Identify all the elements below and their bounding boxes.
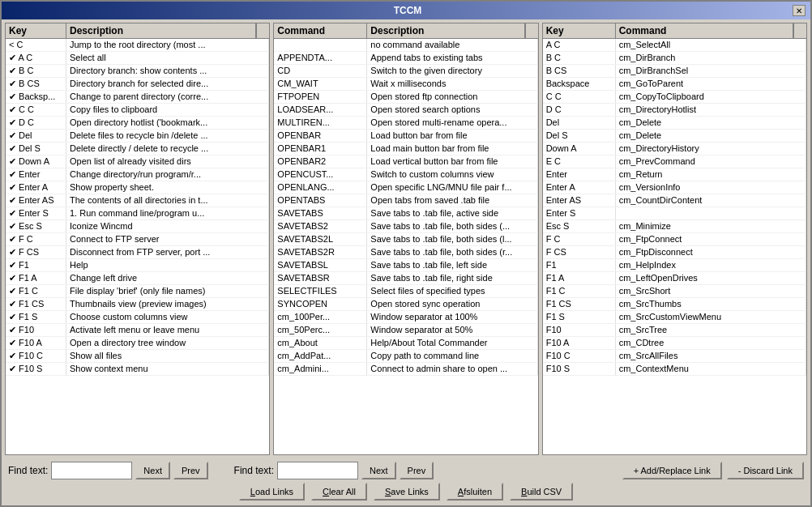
discard-button[interactable]: - Discard Link [727,462,804,479]
clear-all-button[interactable]: Clear All [311,483,367,501]
close-button[interactable]: ✕ [793,5,806,16]
desc-cell: Open directory hotlist ('bookmark... [66,117,269,129]
table-row[interactable]: OPENBAR2 Load vertical button bar from f… [274,156,537,168]
table-row[interactable]: SAVETABS2 Save tabs to .tab file, both s… [274,220,537,233]
cmd-cell: OPENBAR1 [274,143,367,155]
table-row[interactable]: E C cm_PrevCommand [543,156,806,168]
table-row[interactable]: SYNCOPEN Open stored sync operation [274,298,537,311]
table-row[interactable]: B CS cm_DirBranchSel [543,65,806,78]
table-row[interactable]: OPENBAR1 Load main button bar from file [274,143,537,156]
key-cell: F10 [543,324,616,336]
table-row[interactable]: ✔ F10 Activate left menu or leave menu [6,324,269,337]
next-button-2[interactable]: Next [361,462,396,479]
table-row[interactable]: ✔ Del Delete files to recycle bin /delet… [6,130,269,143]
save-links-button[interactable]: Save Links [374,483,440,501]
prev-button-2[interactable]: Prev [400,462,434,479]
table-row[interactable]: ✔ Enter Change directory/run program/r..… [6,168,269,181]
table-row[interactable]: Del S cm_Delete [543,130,806,143]
table-row[interactable]: LOADSEAR... Open stored search options [274,104,537,117]
table-row[interactable]: cm_100Per... Window separator at 100% [274,311,537,324]
table-row[interactable]: no command available [274,39,537,52]
table-row[interactable]: ✔ Backsp... Change to parent directory (… [6,91,269,104]
table-row[interactable]: ✔ F1 C File display 'brief' (only file n… [6,285,269,298]
table-row[interactable]: SAVETABSR Save tabs to .tab file, right … [274,272,537,285]
table-row[interactable]: ✔ D C Open directory hotlist ('bookmark.… [6,117,269,130]
table-row[interactable]: F1 CS cm_SrcThumbs [543,298,806,311]
panel2-body[interactable]: no command available APPENDTA... Append … [274,39,537,454]
table-row[interactable]: F10 A cm_CDtree [543,337,806,350]
table-row[interactable]: cm_Admini... Connect to admin share to o… [274,363,537,376]
panel1-body[interactable]: < C Jump to the root directory (most ...… [6,39,269,454]
table-row[interactable]: F10 cm_SrcTree [543,324,806,337]
table-row[interactable]: ✔ Esc S Iconize Wincmd [6,220,269,233]
table-row[interactable]: Down A cm_DirectoryHistory [543,143,806,156]
table-row[interactable]: FTPOPEN Open stored ftp connection [274,91,537,104]
table-row[interactable]: ✔ F C Connect to FTP server [6,233,269,246]
table-row[interactable]: ✔ F1 Help [6,259,269,272]
panel3-body[interactable]: A C cm_SelectAll B C cm_DirBranch B CS c… [543,39,806,454]
table-row[interactable]: ✔ A C Select all [6,52,269,65]
panel2-cmd-header: Command [274,23,367,38]
table-row[interactable]: cm_AddPat... Copy path to command line [274,350,537,363]
table-row[interactable]: F CS cm_FtpDisconnect [543,246,806,259]
table-row[interactable]: OPENBAR Load button bar from file [274,130,537,143]
table-row[interactable]: CD Switch to the given directory [274,65,537,78]
table-row[interactable]: SELECTFILES Select files of specified ty… [274,285,537,298]
table-row[interactable]: ✔ F1 CS Thumbnails view (preview images) [6,298,269,311]
table-row[interactable]: MULTIREN... Open stored multi-rename ope… [274,117,537,130]
table-row[interactable]: ✔ F1 S Choose custom columns view [6,311,269,324]
table-row[interactable]: ✔ Enter A Show property sheet. [6,181,269,194]
table-row[interactable]: F1 A cm_LeftOpenDrives [543,272,806,285]
table-row[interactable]: B C cm_DirBranch [543,52,806,65]
table-row[interactable]: ✔ Down A Open list of already visited di… [6,156,269,168]
table-row[interactable]: F10 S cm_ContextMenu [543,363,806,376]
find-input-1[interactable] [51,462,132,479]
table-row[interactable]: SAVETABS Save tabs to .tab file, active … [274,207,537,220]
table-row[interactable]: ✔ C C Copy files to clipboard [6,104,269,117]
table-row[interactable]: ✔ Enter S 1. Run command line/program u.… [6,207,269,220]
table-row[interactable]: ✔ B CS Directory branch for selected dir… [6,78,269,91]
table-row[interactable]: ✔ Enter AS The contents of all directori… [6,194,269,207]
key-cell: F1 CS [543,298,616,310]
table-row[interactable]: cm_About Help/About Total Commander [274,337,537,350]
table-row[interactable]: Del cm_Delete [543,117,806,130]
add-replace-button[interactable]: + Add/Replace Link [622,462,722,479]
table-row[interactable]: Esc S cm_Minimize [543,220,806,233]
afsluiten-button[interactable]: Afsluiten [447,483,503,501]
table-row[interactable]: F1 S cm_SrcCustomViewMenu [543,311,806,324]
prev-button-1[interactable]: Prev [173,462,208,479]
table-row[interactable]: ✔ F1 A Change left drive [6,272,269,285]
table-row[interactable]: APPENDTA... Append tabs to existing tabs [274,52,537,65]
build-csv-button[interactable]: Build CSV [510,483,573,501]
table-row[interactable]: Enter A cm_VersionInfo [543,181,806,194]
table-row[interactable]: ✔ F10 S Show context menu [6,363,269,376]
table-row[interactable]: F10 C cm_SrcAllFiles [543,350,806,363]
find-input-2[interactable] [277,462,358,479]
table-row[interactable]: OPENCUST... Switch to custom columns vie… [274,168,537,181]
table-row[interactable]: A C cm_SelectAll [543,39,806,52]
table-row[interactable]: F C cm_FtpConnect [543,233,806,246]
table-row[interactable]: CM_WAIT Wait x milliseconds [274,78,537,91]
table-row[interactable]: Enter cm_Return [543,168,806,181]
table-row[interactable]: ✔ F10 C Show all files [6,350,269,363]
table-row[interactable]: F1 C cm_SrcShort [543,285,806,298]
load-links-button[interactable]: Load Links [239,483,305,501]
table-row[interactable]: ✔ F10 A Open a directory tree window [6,337,269,350]
table-row[interactable]: C C cm_CopyToClipboard [543,91,806,104]
table-row[interactable]: OPENLANG... Open specific LNG/MNU file p… [274,181,537,194]
table-row[interactable]: F1 cm_HelpIndex [543,259,806,272]
table-row[interactable]: OPENTABS Open tabs from saved .tab file [274,194,537,207]
table-row[interactable]: Enter S [543,207,806,220]
table-row[interactable]: SAVETABS2R Save tabs to .tab file, both … [274,246,537,259]
table-row[interactable]: ✔ Del S Delete directly / delete to recy… [6,143,269,156]
table-row[interactable]: SAVETABSL Save tabs to .tab file, left s… [274,259,537,272]
table-row[interactable]: ✔ B C Directory branch: show contents ..… [6,65,269,78]
table-row[interactable]: SAVETABS2L Save tabs to .tab file, both … [274,233,537,246]
table-row[interactable]: < C Jump to the root directory (most ... [6,39,269,52]
next-button-1[interactable]: Next [135,462,170,479]
table-row[interactable]: Enter AS cm_CountDirContent [543,194,806,207]
table-row[interactable]: ✔ F CS Disconnect from FTP server, port … [6,246,269,259]
table-row[interactable]: cm_50Perc... Window separator at 50% [274,324,537,337]
table-row[interactable]: D C cm_DirectoryHotlist [543,104,806,117]
table-row[interactable]: Backspace cm_GoToParent [543,78,806,91]
